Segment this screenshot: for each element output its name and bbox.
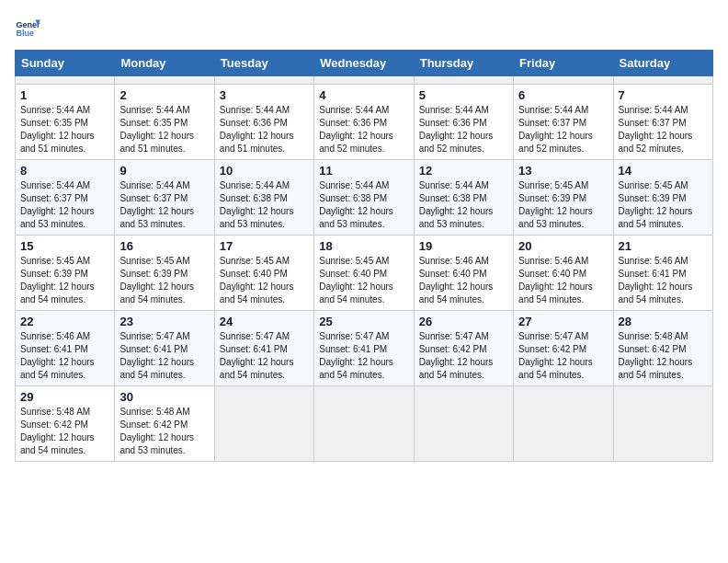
- day-info: Sunrise: 5:44 AM Sunset: 6:37 PM Dayligh…: [119, 179, 209, 231]
- day-number: 3: [220, 88, 309, 102]
- day-info: Sunrise: 5:44 AM Sunset: 6:38 PM Dayligh…: [319, 179, 408, 231]
- calendar-cell: 1Sunrise: 5:44 AM Sunset: 6:35 PM Daylig…: [16, 85, 115, 160]
- calendar-cell: [613, 386, 712, 462]
- day-info: Sunrise: 5:46 AM Sunset: 6:41 PM Dayligh…: [619, 255, 708, 306]
- calendar-cell: 11Sunrise: 5:44 AM Sunset: 6:38 PM Dayli…: [314, 160, 414, 236]
- weekday-header-friday: Friday: [514, 51, 613, 76]
- calendar-cell: 13Sunrise: 5:45 AM Sunset: 6:39 PM Dayli…: [514, 160, 613, 236]
- calendar-cell: 14Sunrise: 5:45 AM Sunset: 6:39 PM Dayli…: [613, 160, 712, 236]
- day-number: 22: [20, 315, 109, 328]
- day-number: 8: [20, 164, 109, 178]
- calendar-cell: 16Sunrise: 5:45 AM Sunset: 6:39 PM Dayli…: [115, 236, 214, 311]
- day-info: Sunrise: 5:45 AM Sunset: 6:39 PM Dayligh…: [619, 179, 708, 231]
- day-number: 28: [619, 315, 708, 328]
- calendar-cell: 10Sunrise: 5:44 AM Sunset: 6:38 PM Dayli…: [214, 160, 313, 236]
- day-number: 11: [319, 164, 408, 178]
- calendar-week-2: 8Sunrise: 5:44 AM Sunset: 6:37 PM Daylig…: [16, 160, 713, 236]
- calendar-week-4: 22Sunrise: 5:46 AM Sunset: 6:41 PM Dayli…: [16, 311, 713, 386]
- calendar-week-0: [16, 76, 713, 85]
- day-info: Sunrise: 5:45 AM Sunset: 6:39 PM Dayligh…: [119, 255, 209, 306]
- day-number: 20: [518, 239, 608, 253]
- calendar-cell: 25Sunrise: 5:47 AM Sunset: 6:41 PM Dayli…: [314, 311, 414, 386]
- calendar-cell: [16, 76, 115, 85]
- calendar-cell: 6Sunrise: 5:44 AM Sunset: 6:37 PM Daylig…: [514, 85, 613, 160]
- calendar-cell: [514, 76, 613, 85]
- day-info: Sunrise: 5:44 AM Sunset: 6:35 PM Dayligh…: [20, 104, 109, 155]
- day-info: Sunrise: 5:48 AM Sunset: 6:42 PM Dayligh…: [619, 330, 708, 382]
- calendar-cell: 18Sunrise: 5:45 AM Sunset: 6:40 PM Dayli…: [314, 236, 414, 311]
- calendar-table: SundayMondayTuesdayWednesdayThursdayFrid…: [15, 50, 713, 462]
- day-info: Sunrise: 5:45 AM Sunset: 6:39 PM Dayligh…: [518, 179, 608, 231]
- day-number: 9: [119, 164, 209, 178]
- calendar-cell: 23Sunrise: 5:47 AM Sunset: 6:41 PM Dayli…: [115, 311, 214, 386]
- day-number: 29: [20, 390, 109, 404]
- logo: General Blue: [15, 15, 40, 40]
- day-info: Sunrise: 5:48 AM Sunset: 6:42 PM Dayligh…: [20, 406, 109, 457]
- calendar-cell: [314, 76, 414, 85]
- day-info: Sunrise: 5:44 AM Sunset: 6:37 PM Dayligh…: [518, 104, 608, 155]
- page-header: General Blue: [15, 15, 713, 40]
- day-number: 30: [119, 390, 209, 404]
- calendar-cell: 22Sunrise: 5:46 AM Sunset: 6:41 PM Dayli…: [16, 311, 115, 386]
- day-number: 26: [419, 315, 508, 328]
- svg-text:Blue: Blue: [16, 29, 34, 38]
- day-info: Sunrise: 5:44 AM Sunset: 6:35 PM Dayligh…: [119, 104, 209, 155]
- day-number: 12: [419, 164, 508, 178]
- calendar-week-5: 29Sunrise: 5:48 AM Sunset: 6:42 PM Dayli…: [16, 386, 713, 462]
- calendar-cell: [514, 386, 613, 462]
- calendar-cell: 9Sunrise: 5:44 AM Sunset: 6:37 PM Daylig…: [115, 160, 214, 236]
- weekday-header-tuesday: Tuesday: [214, 51, 313, 76]
- day-number: 14: [619, 164, 708, 178]
- day-info: Sunrise: 5:46 AM Sunset: 6:40 PM Dayligh…: [518, 255, 608, 306]
- day-info: Sunrise: 5:44 AM Sunset: 6:37 PM Dayligh…: [619, 104, 708, 155]
- day-number: 2: [119, 88, 209, 102]
- calendar-cell: 4Sunrise: 5:44 AM Sunset: 6:36 PM Daylig…: [314, 85, 414, 160]
- day-info: Sunrise: 5:47 AM Sunset: 6:41 PM Dayligh…: [220, 330, 309, 382]
- day-info: Sunrise: 5:47 AM Sunset: 6:42 PM Dayligh…: [419, 330, 508, 382]
- calendar-cell: [414, 76, 513, 85]
- calendar-cell: 17Sunrise: 5:45 AM Sunset: 6:40 PM Dayli…: [214, 236, 313, 311]
- calendar-cell: [214, 76, 313, 85]
- day-number: 4: [319, 88, 408, 102]
- calendar-cell: [414, 386, 513, 462]
- calendar-week-3: 15Sunrise: 5:45 AM Sunset: 6:39 PM Dayli…: [16, 236, 713, 311]
- calendar-cell: 8Sunrise: 5:44 AM Sunset: 6:37 PM Daylig…: [16, 160, 115, 236]
- day-info: Sunrise: 5:44 AM Sunset: 6:38 PM Dayligh…: [419, 179, 508, 231]
- day-number: 15: [20, 239, 109, 253]
- calendar-cell: 12Sunrise: 5:44 AM Sunset: 6:38 PM Dayli…: [414, 160, 513, 236]
- day-number: 5: [419, 88, 508, 102]
- calendar-cell: 26Sunrise: 5:47 AM Sunset: 6:42 PM Dayli…: [414, 311, 513, 386]
- day-info: Sunrise: 5:45 AM Sunset: 6:40 PM Dayligh…: [319, 255, 408, 306]
- calendar-cell: 30Sunrise: 5:48 AM Sunset: 6:42 PM Dayli…: [115, 386, 214, 462]
- day-number: 18: [319, 239, 408, 253]
- weekday-header-saturday: Saturday: [613, 51, 712, 76]
- calendar-cell: 20Sunrise: 5:46 AM Sunset: 6:40 PM Dayli…: [514, 236, 613, 311]
- calendar-cell: 19Sunrise: 5:46 AM Sunset: 6:40 PM Dayli…: [414, 236, 513, 311]
- day-info: Sunrise: 5:44 AM Sunset: 6:36 PM Dayligh…: [419, 104, 508, 155]
- calendar-cell: [314, 386, 414, 462]
- day-info: Sunrise: 5:44 AM Sunset: 6:38 PM Dayligh…: [220, 179, 309, 231]
- day-number: 7: [619, 88, 708, 102]
- day-info: Sunrise: 5:44 AM Sunset: 6:37 PM Dayligh…: [20, 179, 109, 231]
- day-number: 16: [119, 239, 209, 253]
- calendar-cell: 2Sunrise: 5:44 AM Sunset: 6:35 PM Daylig…: [115, 85, 214, 160]
- day-number: 25: [319, 315, 408, 328]
- day-info: Sunrise: 5:47 AM Sunset: 6:41 PM Dayligh…: [119, 330, 209, 382]
- calendar-cell: 7Sunrise: 5:44 AM Sunset: 6:37 PM Daylig…: [613, 85, 712, 160]
- weekday-header-sunday: Sunday: [16, 51, 115, 76]
- calendar-cell: 21Sunrise: 5:46 AM Sunset: 6:41 PM Dayli…: [613, 236, 712, 311]
- day-info: Sunrise: 5:44 AM Sunset: 6:36 PM Dayligh…: [319, 104, 408, 155]
- weekday-header-monday: Monday: [115, 51, 214, 76]
- day-info: Sunrise: 5:45 AM Sunset: 6:39 PM Dayligh…: [20, 255, 109, 306]
- calendar-cell: [214, 386, 313, 462]
- calendar-cell: 5Sunrise: 5:44 AM Sunset: 6:36 PM Daylig…: [414, 85, 513, 160]
- logo-icon: General Blue: [15, 15, 40, 40]
- day-number: 10: [220, 164, 309, 178]
- day-number: 19: [419, 239, 508, 253]
- calendar-cell: 28Sunrise: 5:48 AM Sunset: 6:42 PM Dayli…: [613, 311, 712, 386]
- day-info: Sunrise: 5:45 AM Sunset: 6:40 PM Dayligh…: [220, 255, 309, 306]
- day-number: 6: [518, 88, 608, 102]
- calendar-cell: [613, 76, 712, 85]
- calendar-cell: 27Sunrise: 5:47 AM Sunset: 6:42 PM Dayli…: [514, 311, 613, 386]
- calendar-cell: 15Sunrise: 5:45 AM Sunset: 6:39 PM Dayli…: [16, 236, 115, 311]
